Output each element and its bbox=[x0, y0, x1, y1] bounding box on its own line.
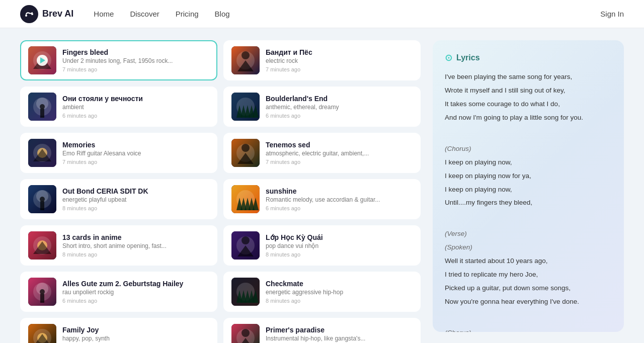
song-title: Family Joy bbox=[62, 326, 209, 334]
song-card[interactable]: Alles Gute zum 2. Geburtstag Haileyrau u… bbox=[20, 272, 217, 312]
lyrics-line: I keep on playing now for ya, bbox=[445, 170, 612, 182]
song-info: Бандит и Пёсelectric rock7 minutes ago bbox=[266, 48, 413, 72]
song-card[interactable]: Fingers bleedUnder 2 minutes long, Fast,… bbox=[20, 40, 217, 80]
lyrics-line bbox=[445, 211, 612, 222]
song-title: Alles Gute zum 2. Geburtstag Hailey bbox=[62, 280, 209, 288]
song-card[interactable]: Checkmateenergetic aggressive hip-hop8 m… bbox=[223, 272, 421, 312]
song-time: 8 minutes ago bbox=[62, 251, 209, 258]
logo-text: Brev AI bbox=[42, 9, 73, 19]
nav-links: Home Discover Pricing Blog bbox=[94, 10, 600, 18]
song-time: 8 minutes ago bbox=[266, 251, 413, 258]
song-time: 8 minutes ago bbox=[266, 298, 413, 304]
main-layout: Fingers bleedUnder 2 minutes long, Fast,… bbox=[0, 28, 644, 343]
lyrics-line: I keep on playing now, bbox=[445, 157, 612, 168]
sign-in-button[interactable]: Sign In bbox=[600, 10, 624, 18]
song-info: Primer's paradiseInstrumental hip-hop, l… bbox=[266, 326, 413, 343]
song-card[interactable]: sunshineRomantic melody, use accordian &… bbox=[223, 179, 421, 219]
song-info: Fingers bleedUnder 2 minutes long, Fast,… bbox=[62, 48, 209, 72]
lyrics-line: And now I'm going to play a little song … bbox=[445, 112, 612, 124]
song-title: Out Bond CERIA SDIT DK bbox=[62, 187, 209, 195]
song-info: Boulderland's Endanthemic, ethereal, dre… bbox=[266, 95, 413, 119]
song-desc: Instrumental hip-hop, like gangsta's... bbox=[266, 335, 413, 342]
song-thumbnail bbox=[231, 278, 260, 306]
song-time: 7 minutes ago bbox=[62, 66, 209, 72]
song-time: 6 minutes ago bbox=[266, 205, 413, 211]
song-card[interactable]: Out Bond CERIA SDIT DKenergetic playful … bbox=[20, 179, 217, 219]
song-time: 7 minutes ago bbox=[266, 66, 413, 72]
song-desc: pop dance vui nhộn bbox=[266, 242, 413, 249]
song-info: Checkmateenergetic aggressive hip-hop8 m… bbox=[266, 280, 413, 304]
lyrics-line: I've been playing the same song for year… bbox=[445, 71, 612, 83]
song-info: Lớp Học Kỳ Quáipop dance vui nhộn8 minut… bbox=[266, 233, 413, 258]
nav-discover[interactable]: Discover bbox=[130, 10, 159, 18]
song-card[interactable]: Family Joyhappy, pop, synth7 minutes ago bbox=[20, 318, 217, 343]
logo[interactable]: Brev AI bbox=[20, 5, 73, 23]
lyrics-line: It takes some courage to do what I do, bbox=[445, 99, 612, 110]
song-info: Они стояли у вечностиambient6 minutes ag… bbox=[62, 95, 209, 119]
song-info: MemoriesEmo Riff guitar Alesana voice7 m… bbox=[62, 141, 209, 165]
song-desc: atmospheric, electric guitar, ambient,..… bbox=[266, 150, 413, 157]
song-info: Alles Gute zum 2. Geburtstag Haileyrau u… bbox=[62, 280, 209, 304]
song-title: Primer's paradise bbox=[266, 326, 413, 334]
song-title: Memories bbox=[62, 141, 209, 149]
song-desc: rau unpoliert rockig bbox=[62, 289, 209, 296]
lyrics-header: ⊙ Lyrics bbox=[445, 52, 612, 63]
song-thumbnail bbox=[28, 185, 56, 213]
song-desc: ambient bbox=[62, 104, 209, 111]
song-thumbnail bbox=[28, 93, 56, 121]
song-info: Out Bond CERIA SDIT DKenergetic playful … bbox=[62, 187, 209, 211]
nav-home[interactable]: Home bbox=[94, 10, 114, 18]
song-desc: electric rock bbox=[266, 57, 413, 64]
lyrics-line: Well it started about 10 years ago, bbox=[445, 255, 612, 267]
song-desc: anthemic, ethereal, dreamy bbox=[266, 104, 413, 111]
song-thumbnail bbox=[231, 93, 260, 121]
song-thumbnail bbox=[28, 46, 56, 74]
song-title: 13 cards in anime bbox=[62, 233, 209, 241]
lyrics-line bbox=[445, 126, 612, 137]
play-button[interactable] bbox=[37, 55, 48, 66]
song-card[interactable]: Boulderland's Endanthemic, ethereal, dre… bbox=[223, 87, 421, 127]
song-info: Tenemos sedatmospheric, electric guitar,… bbox=[266, 141, 413, 165]
song-card[interactable]: Tenemos sedatmospheric, electric guitar,… bbox=[223, 133, 421, 173]
song-card[interactable]: Бандит и Пёсelectric rock7 minutes ago bbox=[223, 40, 421, 80]
play-icon bbox=[40, 57, 45, 63]
logo-icon bbox=[20, 5, 38, 23]
lyrics-icon: ⊙ bbox=[445, 52, 452, 63]
song-card[interactable]: Они стояли у вечностиambient6 minutes ag… bbox=[20, 87, 217, 127]
song-thumbnail bbox=[28, 324, 56, 343]
song-thumbnail bbox=[231, 324, 260, 343]
song-card[interactable]: 13 cards in animeShort intro, short anim… bbox=[20, 225, 217, 266]
song-time: 8 minutes ago bbox=[62, 205, 209, 211]
lyrics-panel: ⊙ Lyrics I've been playing the same song… bbox=[433, 40, 624, 332]
song-title: Они стояли у вечности bbox=[62, 95, 209, 103]
song-info: 13 cards in animeShort intro, short anim… bbox=[62, 233, 209, 258]
lyrics-line bbox=[445, 310, 612, 321]
svg-point-1 bbox=[31, 13, 33, 15]
song-thumbnail bbox=[28, 139, 56, 167]
lyrics-line: (Chorus) bbox=[445, 327, 612, 332]
song-thumbnail bbox=[231, 46, 260, 74]
song-title: Boulderland's End bbox=[266, 95, 413, 103]
nav-pricing[interactable]: Pricing bbox=[176, 10, 199, 18]
song-card[interactable]: Lớp Học Kỳ Quáipop dance vui nhộn8 minut… bbox=[223, 225, 421, 266]
svg-point-0 bbox=[25, 15, 27, 17]
song-time: 6 minutes ago bbox=[62, 113, 209, 119]
song-desc: Under 2 minutes long, Fast, 1950s rock..… bbox=[62, 57, 209, 64]
lyrics-line: Until....my fingers they bleed, bbox=[445, 197, 612, 209]
lyrics-line: Picked up a guitar, put down some songs, bbox=[445, 283, 612, 294]
song-card[interactable]: Primer's paradiseInstrumental hip-hop, l… bbox=[223, 318, 421, 343]
song-thumbnail bbox=[28, 278, 56, 306]
song-title: Lớp Học Kỳ Quái bbox=[266, 233, 413, 241]
song-title: Tenemos sed bbox=[266, 141, 413, 149]
song-desc: Emo Riff guitar Alesana voice bbox=[62, 150, 209, 157]
song-desc: Romantic melody, use accordian & guitar.… bbox=[266, 196, 413, 203]
song-desc: happy, pop, synth bbox=[62, 335, 209, 342]
song-time: 7 minutes ago bbox=[266, 159, 413, 165]
song-title: Checkmate bbox=[266, 280, 413, 288]
navbar: Brev AI Home Discover Pricing Blog Sign … bbox=[0, 0, 644, 28]
lyrics-line: Now you're gonna hear everything I've do… bbox=[445, 296, 612, 308]
song-time: 7 minutes ago bbox=[62, 159, 209, 165]
song-thumbnail bbox=[231, 185, 260, 213]
nav-blog[interactable]: Blog bbox=[215, 10, 230, 18]
song-card[interactable]: MemoriesEmo Riff guitar Alesana voice7 m… bbox=[20, 133, 217, 173]
